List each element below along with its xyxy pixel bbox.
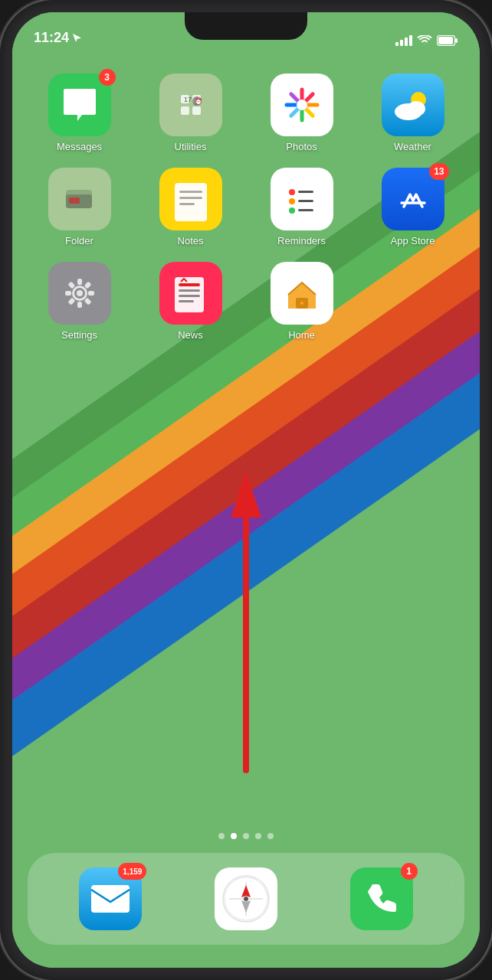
messages-badge: 3 xyxy=(99,69,116,86)
news-icon xyxy=(159,262,222,325)
page-dot-3[interactable] xyxy=(255,833,261,839)
signal-icon xyxy=(395,35,412,46)
home-label: Home xyxy=(288,329,315,341)
mail-badge: 1,159 xyxy=(118,863,146,880)
appstore-badge: 13 xyxy=(429,163,448,180)
svg-rect-19 xyxy=(179,197,202,199)
svg-rect-31 xyxy=(77,279,82,285)
dock-mail[interactable]: 1,159 xyxy=(79,867,142,930)
page-dot-4[interactable] xyxy=(267,833,274,839)
appstore-icon: 13 xyxy=(382,168,444,230)
svg-rect-20 xyxy=(179,203,195,205)
app-reminders[interactable]: Reminders xyxy=(250,168,353,247)
messages-label: Messages xyxy=(57,141,102,152)
app-photos[interactable]: Photos xyxy=(250,74,353,152)
page-dot-1[interactable] xyxy=(231,833,237,839)
wifi-icon xyxy=(417,35,432,46)
page-dots xyxy=(12,833,480,839)
utilities-label: Utilities xyxy=(175,141,207,152)
reminders-label: Reminders xyxy=(277,235,326,247)
dock-phone[interactable]: 1 xyxy=(350,867,413,930)
svg-rect-16 xyxy=(69,198,80,204)
svg-point-10 xyxy=(297,100,307,110)
svg-rect-41 xyxy=(179,289,200,292)
svg-point-22 xyxy=(289,189,295,195)
svg-text:17: 17 xyxy=(184,96,192,103)
svg-rect-35 xyxy=(77,302,82,308)
folder-icon xyxy=(48,168,111,230)
svg-rect-38 xyxy=(67,281,75,289)
svg-point-45 xyxy=(300,302,303,305)
phone-screen: 11:24 xyxy=(12,12,480,968)
app-weather[interactable]: Weather xyxy=(361,74,464,152)
svg-rect-47 xyxy=(91,885,130,913)
svg-rect-34 xyxy=(84,298,91,305)
svg-rect-42 xyxy=(179,295,200,297)
app-home[interactable]: Home xyxy=(250,262,353,341)
page-dot-2[interactable] xyxy=(243,833,249,839)
svg-rect-23 xyxy=(298,191,313,193)
svg-rect-32 xyxy=(84,281,91,289)
time-display: 11:24 xyxy=(34,30,69,46)
settings-label: Settings xyxy=(61,329,97,341)
reminders-icon xyxy=(271,168,333,230)
svg-rect-33 xyxy=(88,291,94,296)
svg-rect-1 xyxy=(455,38,458,43)
phone-badge: 1 xyxy=(401,863,418,880)
svg-text:⏰: ⏰ xyxy=(195,97,202,105)
safari-icon xyxy=(215,867,277,930)
weather-label: Weather xyxy=(394,141,431,152)
app-settings[interactable]: Settings xyxy=(28,262,131,341)
status-icons xyxy=(395,35,458,46)
notch xyxy=(185,12,307,40)
svg-point-13 xyxy=(407,101,425,116)
messages-icon: 3 xyxy=(48,74,111,136)
page-dot-0[interactable] xyxy=(218,833,225,839)
app-news[interactable]: News xyxy=(139,262,242,341)
svg-point-26 xyxy=(289,207,295,214)
svg-rect-18 xyxy=(179,191,202,193)
phone-frame: 11:24 xyxy=(0,0,492,980)
status-time: 11:24 xyxy=(34,30,82,46)
svg-rect-6 xyxy=(192,106,201,115)
app-grid: 3 Messages 17 ⏰ Utilitie xyxy=(12,66,480,348)
news-label: News xyxy=(178,329,203,341)
app-folder[interactable]: Folder xyxy=(28,168,131,247)
svg-rect-37 xyxy=(65,291,71,296)
svg-point-30 xyxy=(77,290,83,296)
notes-icon xyxy=(159,168,222,230)
battery-icon xyxy=(437,35,458,46)
folder-label: Folder xyxy=(65,235,93,247)
settings-icon xyxy=(48,262,111,325)
svg-point-24 xyxy=(289,198,295,204)
app-utilities[interactable]: 17 ⏰ Utilities xyxy=(139,74,242,152)
svg-rect-2 xyxy=(438,37,453,44)
svg-rect-17 xyxy=(175,183,207,221)
app-appstore[interactable]: 13 App Store xyxy=(361,168,464,247)
dock-safari[interactable] xyxy=(215,867,277,930)
utilities-icon: 17 ⏰ xyxy=(159,74,222,136)
appstore-label: App Store xyxy=(391,235,435,247)
dock: 1,159 xyxy=(28,853,464,945)
mail-icon: 1,159 xyxy=(79,867,142,930)
app-notes[interactable]: Notes xyxy=(139,168,242,247)
svg-point-52 xyxy=(244,897,248,901)
svg-rect-40 xyxy=(179,283,200,286)
photos-label: Photos xyxy=(286,141,317,152)
weather-icon xyxy=(382,74,444,136)
home-icon xyxy=(271,262,333,325)
app-empty xyxy=(361,262,464,341)
instruction-arrow xyxy=(223,449,269,793)
svg-rect-36 xyxy=(67,298,75,305)
svg-rect-27 xyxy=(298,209,313,211)
photos-icon xyxy=(271,74,333,136)
notes-label: Notes xyxy=(178,235,204,247)
svg-rect-43 xyxy=(179,300,194,302)
location-arrow-icon xyxy=(72,33,82,43)
app-messages[interactable]: 3 Messages xyxy=(28,74,131,152)
phone-icon: 1 xyxy=(350,867,413,930)
svg-rect-5 xyxy=(181,106,189,115)
svg-rect-25 xyxy=(298,200,313,202)
